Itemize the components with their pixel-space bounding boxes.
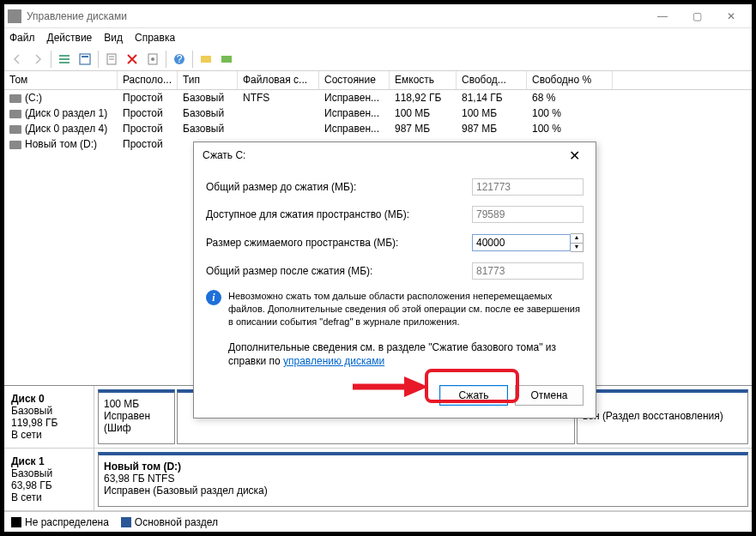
col-cap[interactable]: Емкость [390, 71, 457, 89]
prop-icon[interactable] [102, 50, 121, 69]
table-row[interactable]: (C:) ПростойБазовый NTFSИсправен... 118,… [4, 90, 752, 105]
svg-rect-0 [59, 55, 70, 57]
menu-view[interactable]: Вид [104, 32, 123, 44]
delete-icon[interactable] [123, 50, 142, 69]
menu-action[interactable]: Действие [47, 32, 93, 44]
close-button[interactable]: ✕ [714, 4, 748, 28]
legend-primary-icon [121, 517, 131, 527]
drive-icon [9, 110, 21, 118]
tool2-icon[interactable] [217, 50, 236, 69]
prop2-icon[interactable] [143, 50, 162, 69]
disk1-info[interactable]: Диск 1 Базовый 63,98 ГБ В сети [4, 449, 94, 510]
back-button[interactable] [8, 50, 27, 69]
svg-rect-10 [201, 56, 211, 63]
minimize-button[interactable]: — [645, 4, 680, 28]
menu-help[interactable]: Справка [135, 32, 175, 44]
help-link[interactable]: управлению дисками [283, 355, 384, 367]
svg-rect-3 [80, 54, 90, 64]
col-pct[interactable]: Свободно % [527, 71, 613, 89]
legend: Не распределена Основной раздел [4, 511, 752, 532]
info-text: Невозможно сжать том дальше области расп… [228, 290, 584, 328]
partition[interactable]: Новый том (D:) 63,98 ГБ NTFS Исправен (Б… [98, 452, 748, 507]
help-icon[interactable]: ? [170, 50, 189, 69]
refresh-icon[interactable] [76, 50, 94, 69]
col-status[interactable]: Состояние [319, 71, 390, 89]
tool1-icon[interactable] [197, 50, 215, 69]
col-type[interactable]: Тип [178, 71, 238, 89]
col-volume[interactable]: Том [4, 71, 118, 89]
titlebar: Управление дисками — ▢ ✕ [4, 4, 752, 28]
partition[interactable]: 100 МБИсправен (Шиф [98, 389, 175, 444]
svg-rect-1 [59, 58, 70, 60]
view-list-icon[interactable] [55, 50, 74, 69]
table-header: Том Располо... Тип Файловая с... Состоян… [4, 71, 752, 90]
toolbar: ? [4, 47, 752, 71]
svg-rect-2 [59, 62, 70, 63]
dialog-title: Сжать C: [203, 149, 561, 161]
total-before-field: 121773 [472, 178, 584, 196]
info-icon: i [206, 290, 221, 305]
svg-text:?: ? [177, 53, 183, 65]
dialog-close-button[interactable]: ✕ [561, 148, 587, 164]
legend-unalloc-icon [11, 517, 21, 527]
menu-file[interactable]: Файл [9, 32, 35, 44]
app-icon [8, 9, 21, 23]
drive-icon [9, 141, 21, 149]
col-fs[interactable]: Файловая с... [238, 71, 319, 89]
partition[interactable]: ІБвен (Раздел восстановления) [577, 389, 748, 444]
spinner[interactable]: ▲▼ [571, 233, 584, 252]
window-title: Управление дисками [27, 10, 645, 22]
cancel-button[interactable]: Отмена [515, 385, 584, 406]
svg-rect-4 [82, 56, 88, 57]
available-field: 79589 [472, 206, 584, 223]
table-row[interactable]: (Диск 0 раздел 4) ПростойБазовый Исправе… [4, 121, 752, 136]
shrink-dialog: Сжать C: ✕ Общий размер до сжатия (МБ):1… [193, 142, 596, 419]
menubar: Файл Действие Вид Справка [4, 28, 752, 47]
drive-icon [9, 125, 21, 134]
shrink-amount-input[interactable]: 40000 [472, 234, 571, 251]
svg-rect-11 [221, 56, 232, 63]
shrink-button[interactable]: Сжать [439, 385, 508, 406]
svg-point-7 [151, 57, 154, 61]
table-row[interactable]: (Диск 0 раздел 1) ПростойБазовый Исправе… [4, 105, 752, 121]
total-after-field: 81773 [472, 262, 584, 280]
col-layout[interactable]: Располо... [118, 71, 178, 89]
disk0-info[interactable]: Диск 0 Базовый 119,98 ГБ В сети [4, 386, 94, 448]
drive-icon [9, 94, 21, 103]
forward-button[interactable] [28, 50, 47, 69]
col-free[interactable]: Свобод... [457, 71, 527, 89]
maximize-button[interactable]: ▢ [680, 4, 714, 28]
